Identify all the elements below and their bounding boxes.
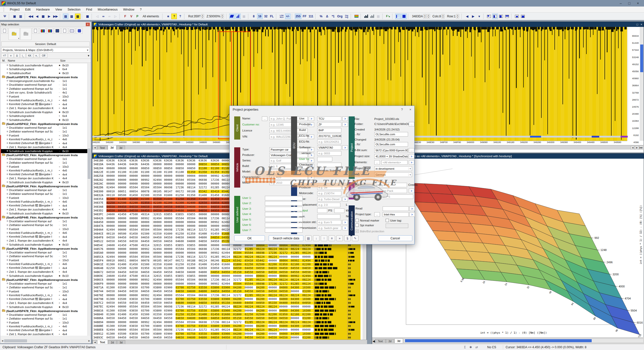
hexdump-row[interactable]: 3486480225002500022000195002100022000230… (92, 266, 363, 270)
hexdump-row[interactable]: 3487C20455004550045500445004550046500460… (92, 301, 363, 305)
tree-map-row[interactable]: ✳Kennfeld Fuelldruckoffset(n_t, m_t▪4x6 (1, 138, 88, 142)
tree-map-row[interactable]: ✳Schaltdruck zuschaltende Kupplun■8x10 (1, 305, 88, 309)
tree-map-row[interactable]: ✳Schaltdruck zuschaltende Kupplun■8x10 (1, 211, 88, 215)
tree-map-row[interactable]: ✳Zeit 1. Rampe der zuschaltenden K▪4x4 (1, 301, 88, 305)
tree-map-row[interactable]: ✳Zeitfaktor waehrend Rampe auf Sc·1x1 (1, 254, 88, 258)
hexdump-row[interactable]: 34861E0130001400014500150001550016000125… (92, 262, 363, 266)
hexdump-row[interactable]: 34871A0130003500036500370003800039000370… (92, 286, 363, 289)
save-icon[interactable] (54, 28, 61, 34)
chart-edit-icon[interactable] (364, 14, 369, 19)
hexdump-graph-titlebar[interactable]: Volkswagen Crafter (Original) as <All el… (92, 22, 644, 27)
tree-map-row[interactable]: ✳Kennfeld Zeitvorhalt 體 賜ergabe I▪4x4 (1, 266, 88, 270)
engine-output-ps[interactable] (317, 208, 327, 213)
tree-map-row[interactable]: ✳Zeit 1. Rampe der zuschaltenden K▪4x4 (1, 239, 88, 243)
tree-map-row[interactable]: ✳Zeit 1. Rampe der zuschaltenden K▪4x4 (1, 106, 88, 110)
rotation-spinner[interactable]: Rot:359?▲▼ (187, 14, 205, 18)
read-input[interactable] (383, 206, 409, 211)
hexdump-row[interactable]: 34893C0455004450045500465004450045500465… (92, 336, 363, 339)
map-panel-titlebar[interactable]: Map selection x (0, 22, 91, 27)
menu-window[interactable]: Window (120, 7, 137, 12)
vehicle-input[interactable]: e.g. 2010 (269, 181, 308, 185)
tree-map-row[interactable]: ✳Zeitfaktor waehrend Rampe auf Sc·1x1 (1, 161, 88, 165)
hexdump-row[interactable]: 3486F00000000000000000000000000000000000… (92, 282, 363, 286)
tree-map-row[interactable]: ✳Kennfeld Zeitvorhalt 體 賜ergabe I▪4x4 (1, 204, 88, 208)
user-input[interactable] (265, 207, 303, 211)
dialog-tool-button-6[interactable]: ✎ (352, 235, 358, 241)
document-plus-icon[interactable] (61, 28, 68, 34)
tree-map-row[interactable]: ✳Schaltdruck zuschaltende Kupplun■8x10 (1, 243, 88, 247)
new-window-icon[interactable]: ▣ (12, 14, 17, 19)
noread-marker-checkbox[interactable]: Noread marker (355, 219, 379, 222)
tree-map-row[interactable]: ✳Fuelzeit=10x3 (1, 227, 88, 231)
tab-scroll-left-icon[interactable]: ◀ (93, 340, 97, 344)
column-size[interactable]: Size (60, 59, 65, 62)
layout-left-icon[interactable] (492, 14, 498, 19)
tree-map-row[interactable]: ✳Druckfaktor waehrend Rampe auf·1x1 (1, 126, 88, 130)
tree-map-row[interactable]: ✳Zeitfaktor waehrend Rampe auf Sc·1x1 (1, 130, 88, 134)
map-art-icon[interactable] (39, 28, 46, 34)
vehicle-input[interactable]: e.g. R20 (269, 175, 308, 180)
menu-hardware[interactable]: Hardware (33, 7, 52, 12)
tab-2d[interactable]: 2d (108, 145, 116, 150)
tree-column-header[interactable]: M. Name Size (0, 59, 91, 63)
engine-input[interactable]: e.g. 2.0 (317, 203, 340, 207)
filter-v-icon[interactable]: V (129, 14, 134, 19)
dialog-close-icon[interactable]: × (409, 108, 411, 111)
layout-horizontal-icon[interactable] (504, 14, 510, 19)
preview-icon[interactable]: ▧ (69, 14, 74, 19)
search-prev-icon[interactable]: ◁ (95, 14, 100, 19)
tree-map-row[interactable]: ✳Kennfeld Zeitvorhalt 體 賜ergabe I▪4x4 (1, 172, 88, 177)
expand-button[interactable]: > (342, 226, 348, 230)
ellipsis-button[interactable]: ... (409, 148, 414, 153)
engine-input[interactable]: e.g. Euro 5 (317, 220, 341, 225)
hexdump-row[interactable]: 3485CA0249400000055040550405504066981723… (92, 255, 363, 258)
bdm-bsl-checkbox[interactable]: ✓Bdm/Bsl protection (355, 230, 384, 233)
tree-folder-row[interactable]: jSasKzuHSP378_Fktn: Applikationesgroesse… (1, 75, 88, 79)
expand-button[interactable]: > (342, 116, 348, 121)
expand-button[interactable]: > (409, 154, 414, 159)
open-folder-icon[interactable]: ▾ (9, 28, 20, 40)
hexdump-row[interactable]: 3488400130001400014500150001550016000125… (92, 313, 363, 316)
reseller-input[interactable]: e.g. Map Pack (374, 189, 407, 193)
factor-icon[interactable]: *1 (330, 14, 336, 19)
engine-input[interactable] (317, 214, 340, 219)
add-document-icon[interactable] (32, 28, 39, 34)
corner-window-icon[interactable]: ▩ (85, 14, 90, 19)
tree-folder-row[interactable]: jSasKzuHSP478_Fktn: Applikationesgroesse… (1, 309, 88, 313)
user-input[interactable] (265, 223, 303, 227)
width-float-icon[interactable]: FL (269, 14, 275, 19)
hexdump-row[interactable]: 34869C2460041450475004931432015038550385… (92, 274, 363, 278)
row-spinner[interactable]: Row:1▲▼ (446, 14, 460, 18)
ellipsis-button[interactable]: ... (262, 116, 267, 121)
tree-map-row[interactable]: ✳Schaltdruck zuschaltende Kupplun■8x10 (1, 180, 88, 184)
search-vehicle-data-button[interactable]: Search vehicle data (269, 235, 303, 241)
engine-input[interactable]: e.g. Z19DTH (317, 191, 341, 196)
sign-icon[interactable]: +/- (285, 14, 291, 19)
grid-icon[interactable]: ▦ (40, 14, 46, 19)
tab-nav-icon[interactable]: ▶ (635, 146, 639, 150)
tab-nav-icon[interactable]: ◀ (631, 146, 635, 150)
tree-map-row[interactable]: ✳Kennfeld Zeitvorhalt 體 賜ergabe I▪4x4 (1, 328, 88, 332)
cols-spinner[interactable]: Cols:8▲▼ (431, 14, 446, 18)
screenshot-icon[interactable] (69, 28, 75, 34)
rainbow-icon[interactable] (354, 14, 359, 19)
child-restore-icon[interactable]: □ (636, 23, 638, 26)
context-help-icon[interactable]: ? (177, 14, 183, 19)
tree-map-row[interactable]: ✳Zeitfaktor waehrend Rampe auf Sc·1x1 (1, 87, 88, 91)
menu-selection[interactable]: Selection (65, 7, 83, 12)
filter-more-icon[interactable]: ▼ (87, 54, 90, 57)
gear-icon[interactable]: ∗ (165, 14, 171, 19)
dialog-tool-button-5[interactable]: § (344, 235, 351, 241)
view-3d-icon[interactable] (235, 14, 241, 19)
projects-versions-maps-dropdown[interactable]: Projects, Versions & Maps: (Ctrl+Shift+F… (1, 48, 90, 53)
tree-map-row[interactable]: ✳Verzoegerungszeit zuschaltende Ku·1x1 (1, 79, 88, 83)
tab-3d[interactable]: 3d (117, 340, 126, 344)
menu-view[interactable]: View (53, 7, 65, 12)
history-drop-icon[interactable]: ▾ (476, 14, 482, 19)
resize-icon[interactable] (514, 14, 520, 19)
binary-icon[interactable]: 111 (308, 14, 314, 19)
session-button[interactable]: Session: Default (1, 41, 90, 47)
sum-icon[interactable]: Σ (464, 345, 466, 349)
tree-map-row[interactable]: ✳Kennfeld Zeitvorhalt 體 賜ergabe I▪4x4 (1, 235, 88, 239)
tree-map-row[interactable]: ✳Druckfaktor waehrend Rampe auf·1x1 (1, 282, 88, 286)
